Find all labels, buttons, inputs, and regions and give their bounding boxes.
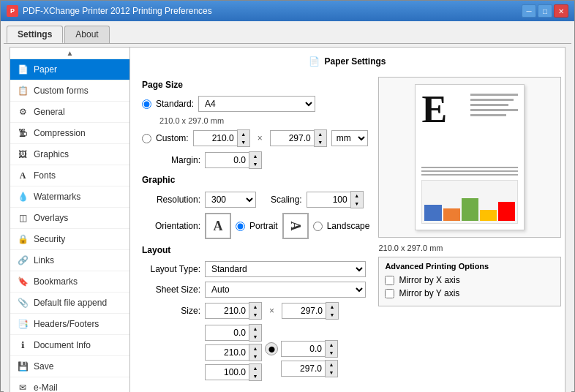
portrait-label: Portrait [249, 221, 278, 231]
unit-select[interactable]: mm in pt cm [331, 130, 368, 146]
landscape-btn[interactable]: A [282, 213, 309, 239]
size-w-input[interactable]: 210.0 [205, 303, 249, 319]
standard-label: Standard: [156, 99, 194, 109]
coord3-down[interactable]: ▼ [249, 372, 261, 380]
standard-select[interactable]: A4 A3 Letter Legal [198, 96, 315, 112]
orientation-row: Orientation: A Portrait A Landscape [142, 213, 369, 239]
custom-radio[interactable] [142, 134, 151, 143]
sidebar-item-links[interactable]: 🔗 Links [10, 250, 129, 271]
save-icon: 💾 [16, 360, 29, 373]
custom-height-down[interactable]: ▼ [315, 138, 326, 146]
coord1-y-input[interactable]: 0.0 [281, 341, 325, 357]
margin-input[interactable]: 0.0 [205, 152, 249, 168]
custom-height-spinbtns: ▲ ▼ [314, 129, 327, 147]
sidebar-label-overlays: Overlays [34, 213, 68, 223]
margin-up[interactable]: ▲ [249, 152, 261, 160]
sidebar-label-compression: Compression [34, 128, 86, 138]
sidebar-label-email: e-Mail [34, 382, 58, 392]
preview-lines [470, 94, 518, 119]
sidebar-item-paper[interactable]: 📄 Paper [10, 59, 129, 80]
tab-settings[interactable]: Settings [7, 26, 63, 43]
tab-about[interactable]: About [64, 26, 109, 43]
size-h-input[interactable]: 297.0 [282, 303, 326, 319]
size-w-up[interactable]: ▲ [249, 303, 261, 311]
custom-height-input[interactable]: 297.0 [270, 130, 314, 146]
custom-width-down[interactable]: ▼ [238, 138, 249, 146]
coord2-x-up[interactable]: ▲ [249, 344, 261, 353]
link-icon: ⬤ [265, 342, 278, 355]
advanced-title: Advanced Printing Options [385, 262, 555, 271]
two-column-layout: Page Size Standard: A4 A3 Letter Legal 2… [142, 77, 553, 381]
sidebar-item-save[interactable]: 💾 Save [10, 356, 129, 377]
coord2-y-down[interactable]: ▼ [326, 369, 337, 377]
left-column: Page Size Standard: A4 A3 Letter Legal 2… [142, 77, 369, 381]
custom-width-up[interactable]: ▲ [238, 130, 249, 138]
portrait-radio[interactable] [236, 222, 245, 231]
coord1-x-up[interactable]: ▲ [249, 325, 261, 333]
maximize-button[interactable]: □ [538, 4, 552, 18]
coord2-y-up[interactable]: ▲ [326, 361, 337, 369]
sidebar-item-bookmarks[interactable]: 🔖 Bookmarks [10, 271, 129, 293]
coord1-y-down[interactable]: ▼ [326, 349, 337, 357]
sidebar-item-email[interactable]: ✉ e-Mail [10, 377, 129, 392]
coord3-input[interactable]: 100.0 [205, 364, 249, 380]
general-icon: ⚙ [16, 105, 29, 118]
sidebar-item-overlays[interactable]: ◫ Overlays [10, 208, 129, 229]
size-h-up[interactable]: ▲ [326, 303, 338, 311]
sidebar-label-save: Save [34, 361, 53, 372]
overlays-icon: ◫ [16, 211, 29, 225]
coord3-up[interactable]: ▲ [249, 364, 261, 372]
size-h-down[interactable]: ▼ [326, 311, 338, 319]
sidebar-item-fonts[interactable]: A Fonts [10, 165, 129, 186]
coord2-x-spinner: 210.0 ▲ ▼ [205, 344, 262, 361]
coord1-y-up[interactable]: ▲ [326, 341, 337, 349]
sidebar-item-security[interactable]: 🔒 Security [10, 229, 129, 250]
coord2-x-down[interactable]: ▼ [249, 353, 261, 361]
scaling-input[interactable]: 100 [307, 192, 350, 208]
coord1-x-down[interactable]: ▼ [249, 333, 261, 341]
standard-radio[interactable] [142, 99, 151, 109]
security-icon: 🔒 [16, 233, 29, 246]
minimize-button[interactable]: ─ [522, 4, 536, 18]
resolution-label: Resolution: [142, 195, 200, 205]
custom-height-up[interactable]: ▲ [315, 130, 326, 138]
close-button[interactable]: ✕ [554, 4, 568, 18]
scaling-down[interactable]: ▼ [351, 200, 363, 208]
sidebar-item-watermarks[interactable]: 💧 Watermarks [10, 186, 129, 208]
sidebar-item-headers-footers[interactable]: 📑 Headers/Footers [10, 314, 129, 335]
size-x-sep: × [266, 306, 277, 316]
scaling-label: Scaling: [271, 195, 302, 205]
custom-width-input[interactable]: 210.0 [193, 130, 237, 146]
margin-row: Margin: 0.0 ▲ ▼ [142, 151, 369, 169]
landscape-radio[interactable] [313, 222, 323, 231]
size-row: Size: 210.0 ▲ ▼ × 297.0 ▲ [142, 302, 369, 320]
sidebar-item-general[interactable]: ⚙ General [10, 102, 129, 123]
margin-label: Margin: [142, 155, 200, 165]
coord2-x-input[interactable]: 210.0 [205, 344, 249, 361]
main-panel: 📄 Paper Settings Page Size Standard: A4 … [130, 47, 565, 392]
coord1-x-input[interactable]: 0.0 [205, 325, 249, 341]
coord2-y-spinner: 297.0 ▲ ▼ [281, 360, 338, 377]
sidebar-item-compression[interactable]: 🗜 Compression [10, 123, 129, 144]
coord2-y-input[interactable]: 297.0 [281, 361, 325, 377]
sidebar-item-default-file-append[interactable]: 📎 Default file append [10, 293, 129, 314]
sidebar-scroll-up[interactable]: ▲ [10, 48, 129, 59]
coord3-spinner: 100.0 ▲ ▼ [205, 363, 262, 381]
layout-type-select[interactable]: Standard Booklet [205, 261, 366, 277]
portrait-btn[interactable]: A [205, 213, 231, 239]
resolution-select[interactable]: 300 150 600 [205, 192, 256, 208]
headers-footers-icon: 📑 [16, 317, 29, 331]
mirror-x-checkbox[interactable] [385, 276, 394, 285]
sidebar-item-custom-forms[interactable]: 📋 Custom forms [10, 80, 129, 102]
size-w-down[interactable]: ▼ [249, 311, 261, 319]
sidebar-item-document-info[interactable]: ℹ Document Info [10, 335, 129, 356]
mirror-y-checkbox[interactable] [385, 289, 394, 298]
right-column: E [378, 77, 561, 381]
sidebar-item-graphics[interactable]: 🖼 Graphics [10, 144, 129, 165]
size-w-spinbtns: ▲ ▼ [249, 302, 262, 320]
sheet-size-select[interactable]: Auto A4 Letter [205, 282, 366, 298]
scaling-up[interactable]: ▲ [351, 192, 363, 200]
margin-down[interactable]: ▼ [249, 160, 261, 168]
graphic-section-label: Graphic [142, 175, 369, 185]
scaling-spinner: 100 ▲ ▼ [307, 191, 364, 208]
